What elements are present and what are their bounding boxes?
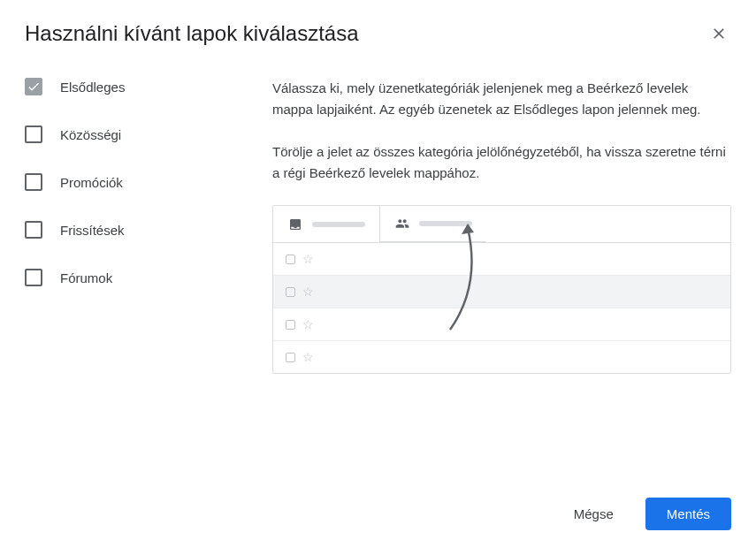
illustration-tab-primary xyxy=(273,206,380,242)
illustration-row: ☆ xyxy=(273,276,730,308)
save-button[interactable]: Mentés xyxy=(645,498,731,530)
category-label: Közösségi xyxy=(60,127,121,142)
dialog-title: Használni kívánt lapok kiválasztása xyxy=(25,21,359,46)
category-primary[interactable]: Elsődleges xyxy=(25,78,237,95)
close-button[interactable] xyxy=(706,21,731,49)
illustration-row: ☆ xyxy=(273,341,730,373)
people-icon xyxy=(394,217,410,231)
category-list: Elsődleges Közösségi Promóciók Frissítés… xyxy=(25,78,237,374)
illustration-row: ☆ xyxy=(273,243,730,276)
checkbox-updates[interactable] xyxy=(25,221,42,239)
illustration-row: ☆ xyxy=(273,308,730,341)
category-label: Frissítések xyxy=(60,223,125,238)
checkbox-social[interactable] xyxy=(25,125,42,143)
cancel-button[interactable]: Mégse xyxy=(553,498,635,530)
illustration-tab-social xyxy=(380,206,486,242)
checkbox-primary[interactable] xyxy=(25,78,42,95)
category-label: Elsődleges xyxy=(60,80,125,95)
category-updates[interactable]: Frissítések xyxy=(25,221,237,239)
close-icon xyxy=(710,25,728,42)
inbox-illustration: ☆ ☆ ☆ ☆ xyxy=(272,205,731,374)
checkbox-forums[interactable] xyxy=(25,269,42,286)
category-promotions[interactable]: Promóciók xyxy=(25,173,237,191)
category-label: Fórumok xyxy=(60,270,112,285)
description-paragraph-2: Törölje a jelet az összes kategória jelö… xyxy=(272,141,731,184)
description-paragraph-1: Válassza ki, mely üzenetkategóriák jelen… xyxy=(272,78,731,120)
checkbox-promotions[interactable] xyxy=(25,173,42,191)
category-label: Promóciók xyxy=(60,175,123,190)
inbox-icon xyxy=(287,217,303,232)
check-icon xyxy=(27,80,41,94)
category-forums[interactable]: Fórumok xyxy=(25,269,237,286)
category-social[interactable]: Közösségi xyxy=(25,125,237,143)
